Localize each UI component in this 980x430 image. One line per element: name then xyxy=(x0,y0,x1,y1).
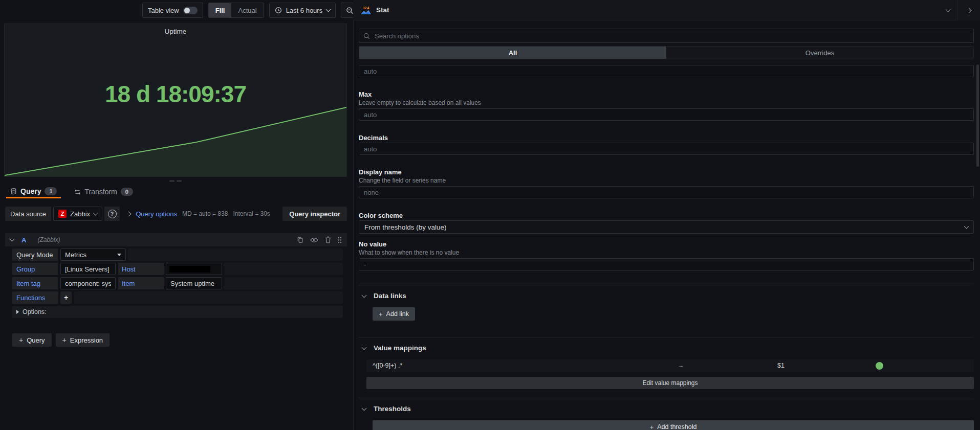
panel-options-pane: All Overrides Max Leave empty to calcula… xyxy=(353,20,980,430)
table-view-group: Table view xyxy=(142,3,203,18)
color-scheme-select[interactable]: From thresholds (by value) xyxy=(359,220,974,234)
row-filler xyxy=(74,291,343,304)
add-query-button[interactable]: + Query xyxy=(12,333,52,347)
query-mode-value: Metrics xyxy=(65,251,86,259)
query-editor-rows: Query Mode Metrics Group Host Item tag xyxy=(12,248,343,318)
table-view-toggle[interactable] xyxy=(183,7,198,14)
item-input[interactable] xyxy=(166,277,222,289)
query-row-header[interactable]: A (Zabbix) xyxy=(5,233,347,246)
zoom-out-icon xyxy=(346,7,354,14)
toolbar-left-controls: Table view Fill Actual Last 6 hours xyxy=(142,3,381,18)
query-options-link[interactable]: Query options xyxy=(136,210,177,218)
datasource-label: Data source xyxy=(5,207,51,221)
chevron-down-icon xyxy=(362,345,367,350)
row-filler xyxy=(224,277,343,289)
plus-icon: + xyxy=(650,423,654,430)
panel-resize-handle[interactable] xyxy=(4,177,347,185)
group-input[interactable] xyxy=(60,263,116,275)
caret-down-icon xyxy=(117,254,121,256)
max-label: Max xyxy=(359,90,974,98)
add-threshold-button[interactable]: + Add threshold xyxy=(373,420,974,430)
chevron-right-icon xyxy=(967,8,972,13)
query-options-collapsed-row[interactable]: Options: xyxy=(12,306,343,318)
item-label: Item xyxy=(118,277,164,289)
time-range-picker[interactable]: Last 6 hours xyxy=(269,3,336,18)
datasource-help-button[interactable]: ? xyxy=(104,207,120,221)
zabbix-logo-icon: Z xyxy=(58,210,67,218)
chevron-down-icon xyxy=(362,292,367,298)
options-tabs: All Overrides xyxy=(359,46,974,59)
delete-query-button[interactable] xyxy=(325,236,331,243)
grafana-panel-editor: Table view Fill Actual Last 6 hours xyxy=(0,0,980,430)
visualization-picker[interactable]: 12.4 Stat xyxy=(353,0,957,20)
color-scheme-label: Color scheme xyxy=(359,212,974,219)
query-inspector-button[interactable]: Query inspector xyxy=(282,207,347,221)
item-tag-label: Item tag xyxy=(12,277,58,289)
group-host-row: Group Host xyxy=(12,263,343,275)
hide-query-button[interactable] xyxy=(310,237,318,243)
add-link-button[interactable]: + Add link xyxy=(373,307,415,321)
host-label: Host xyxy=(118,263,164,275)
data-links-title: Data links xyxy=(374,292,406,300)
functions-label: Functions xyxy=(12,291,58,304)
panel-title: Uptime xyxy=(5,28,346,35)
mapping-color-dot[interactable] xyxy=(876,362,883,370)
options-scrollbar[interactable] xyxy=(976,64,979,167)
data-links-header[interactable]: Data links xyxy=(359,292,974,300)
decimals-label: Decimals xyxy=(359,134,974,142)
fill-actual-segment: Fill Actual xyxy=(208,3,264,18)
tab-query-label: Query xyxy=(20,187,41,195)
panel-preview: Uptime 18 d 18:09:37 xyxy=(4,24,347,177)
help-icon: ? xyxy=(108,210,117,218)
options-search xyxy=(359,29,974,43)
tab-all[interactable]: All xyxy=(359,47,666,59)
duplicate-query-button[interactable] xyxy=(297,236,303,243)
options-search-input[interactable] xyxy=(374,32,969,40)
plus-icon: + xyxy=(19,336,23,344)
no-value-input[interactable] xyxy=(359,258,974,270)
max-description: Leave empty to calculate based on all va… xyxy=(359,99,974,106)
item-tag-input[interactable] xyxy=(60,277,116,289)
tab-overrides[interactable]: Overrides xyxy=(666,47,973,59)
plus-icon: + xyxy=(379,310,383,318)
itemtag-item-row: Item tag Item xyxy=(12,277,343,289)
clock-icon xyxy=(275,7,282,14)
tab-transform[interactable]: Transform 0 xyxy=(70,185,137,198)
query-footer-buttons: + Query + Expression xyxy=(12,333,347,347)
value-mappings-title: Value mappings xyxy=(374,344,426,352)
collapse-options-pane-button[interactable] xyxy=(957,0,980,21)
add-function-button[interactable]: + xyxy=(60,291,72,304)
value-mappings-header[interactable]: Value mappings xyxy=(359,344,974,352)
no-value-description: What to show when there is no value xyxy=(359,249,974,256)
thresholds-title: Thresholds xyxy=(374,405,411,413)
query-count-badge: 1 xyxy=(45,187,57,195)
stat-value: 18 d 18:09:37 xyxy=(5,80,346,108)
add-expression-button[interactable]: + Expression xyxy=(56,333,110,347)
display-name-description: Change the field or series name xyxy=(359,177,974,184)
host-input[interactable] xyxy=(166,263,222,275)
mapping-arrow: → xyxy=(678,362,684,369)
chevron-down-icon xyxy=(10,237,15,242)
max-input[interactable] xyxy=(359,108,974,121)
thresholds-header[interactable]: Thresholds xyxy=(359,405,974,413)
options-body: Max Leave empty to calculate based on al… xyxy=(359,59,974,430)
thresholds-section: Thresholds + Add threshold Base Threshol… xyxy=(359,398,974,430)
add-query-label: Query xyxy=(27,336,45,344)
actual-button[interactable]: Actual xyxy=(231,3,263,17)
decimals-input[interactable] xyxy=(359,143,974,155)
editor-tabs: Query 1 Transform 0 xyxy=(4,185,347,198)
query-mode-row: Query Mode Metrics xyxy=(12,248,343,261)
host-redacted-value xyxy=(169,266,210,273)
min-input[interactable] xyxy=(359,65,974,77)
display-name-input[interactable] xyxy=(359,186,974,198)
edit-value-mappings-button[interactable]: Edit value mappings xyxy=(366,377,974,389)
value-mapping-row[interactable]: ^([0-9]+) .* → $1 xyxy=(366,359,974,372)
query-mode-select[interactable]: Metrics xyxy=(60,248,126,261)
fill-button[interactable]: Fill xyxy=(209,3,232,17)
table-view-label: Table view xyxy=(148,7,179,14)
data-links-section: Data links + Add link xyxy=(359,285,974,329)
tab-query[interactable]: Query 1 xyxy=(6,185,61,198)
display-name-label: Display name xyxy=(359,168,974,176)
drag-handle[interactable] xyxy=(338,237,342,243)
datasource-select[interactable]: Z Zabbix xyxy=(53,207,102,221)
